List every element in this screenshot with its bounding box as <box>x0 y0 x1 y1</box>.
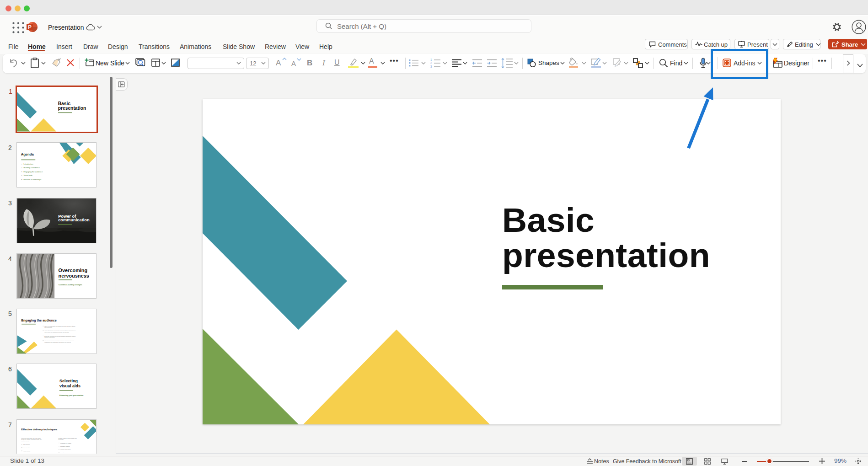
svg-text:visual aids: visual aids <box>59 384 80 388</box>
svg-text:Confidence-building strategies: Confidence-building strategies <box>58 284 82 286</box>
svg-text:This is a powerful tool in pub: This is a powerful tool in public speaki… <box>21 436 40 437</box>
svg-text:Tone inflection: Tone inflection <box>23 447 30 448</box>
svg-text:Smooth arm movements: Smooth arm movements <box>60 452 72 453</box>
svg-text:engagement and making sure the: engagement and making sure the audience … <box>44 341 71 342</box>
svg-text:and involvement: and involvement <box>44 327 52 328</box>
svg-text:communication: communication <box>58 218 90 222</box>
svg-text:Practice & takeaways: Practice & takeaways <box>23 178 41 181</box>
svg-text:Maintain good posture: Maintain good posture <box>60 449 71 450</box>
svg-text:2: 2 <box>430 61 432 64</box>
svg-text:Selecting: Selecting <box>59 379 77 383</box>
svg-text:Effective delivery techniques: Effective delivery techniques <box>21 428 57 431</box>
svg-text:Overcoming: Overcoming <box>58 268 87 273</box>
svg-text:Meaningful eye contact: Meaningful eye contact <box>60 443 71 444</box>
svg-text:nervousness: nervousness <box>58 273 89 279</box>
svg-text:Agenda: Agenda <box>21 152 34 156</box>
svg-text:Visual aids: Visual aids <box>23 174 32 177</box>
svg-text:Weave storytelling elements in: Weave storytelling elements into your pr… <box>44 330 76 331</box>
svg-text:audience participation: audience participation <box>44 337 55 337</box>
svg-text:Encourage questions and provid: Encourage questions and provide thoughtf… <box>44 335 76 336</box>
svg-text:P: P <box>28 24 32 30</box>
svg-text:1: 1 <box>430 58 432 61</box>
svg-text:Engaging the audience: Engaging the audience <box>21 318 57 322</box>
svg-text:maintain interest: maintain interest <box>21 440 29 441</box>
svg-text:Engaging the audience: Engaging the audience <box>23 171 43 173</box>
svg-text:Volume control: Volume control <box>23 450 30 451</box>
svg-text:Make eye contact with your aud: Make eye contact with your audience to c… <box>44 326 76 327</box>
svg-text:Purposeful gestures: Purposeful gestures <box>60 446 70 447</box>
svg-text:Basic: Basic <box>58 101 71 106</box>
svg-text:Building confidence: Building confidence <box>23 166 40 169</box>
svg-text:presentation: presentation <box>58 106 86 111</box>
svg-text:Introduction: Introduction <box>23 163 33 165</box>
svg-text:Effective body language enhanc: Effective body language enhances your <box>58 436 76 437</box>
svg-text:Enhancing your presentation: Enhancing your presentation <box>59 395 83 396</box>
svg-text:memorable: memorable <box>58 439 64 440</box>
svg-text:Start variation: Start variation <box>23 444 30 445</box>
svg-text:3: 3 <box>430 65 432 68</box>
svg-text:vital to keep your message mem: vital to keep your message memorable and… <box>44 332 69 332</box>
